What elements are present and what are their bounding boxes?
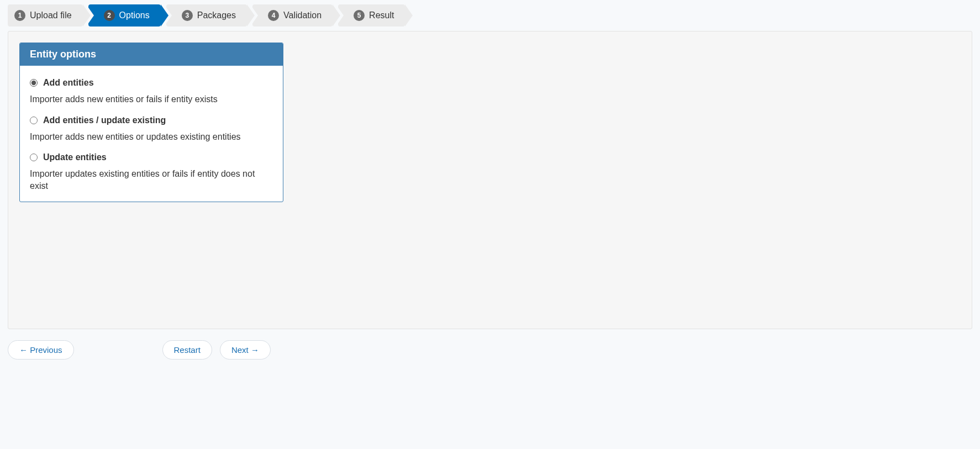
- next-button[interactable]: Next →: [220, 340, 271, 360]
- step-number: 1: [14, 10, 25, 21]
- step-label: Upload file: [30, 10, 72, 20]
- radio-add-entities[interactable]: [30, 79, 38, 87]
- restart-button[interactable]: Restart: [162, 340, 212, 360]
- step-packages[interactable]: 3 Packages: [166, 4, 247, 27]
- option-update-entities[interactable]: Update entities: [30, 152, 273, 162]
- step-number: 4: [268, 10, 279, 21]
- radio-description: Importer adds new entities or fails if e…: [30, 93, 273, 105]
- previous-button[interactable]: ← Previous: [8, 340, 74, 360]
- step-number: 5: [354, 10, 365, 21]
- main-panel: Entity options Add entities Importer add…: [8, 31, 972, 329]
- wizard-steps: 1 Upload file 2 Options 3 Packages 4 Val…: [8, 4, 972, 27]
- step-label: Result: [369, 10, 394, 20]
- radio-description: Importer updates existing entities or fa…: [30, 168, 273, 192]
- step-options[interactable]: 2 Options: [88, 4, 161, 27]
- entity-options-card: Entity options Add entities Importer add…: [19, 43, 283, 202]
- step-label: Packages: [197, 10, 236, 20]
- step-label: Validation: [283, 10, 322, 20]
- radio-label: Update entities: [43, 152, 107, 162]
- step-number: 3: [182, 10, 193, 21]
- radio-label: Add entities / update existing: [43, 115, 166, 125]
- radio-label: Add entities: [43, 78, 94, 88]
- radio-description: Importer adds new entities or updates ex…: [30, 131, 273, 143]
- step-validation[interactable]: 4 Validation: [252, 4, 333, 27]
- step-result[interactable]: 5 Result: [338, 4, 405, 27]
- step-label: Options: [119, 10, 150, 20]
- radio-update-entities[interactable]: [30, 154, 38, 161]
- card-title: Entity options: [20, 43, 283, 66]
- step-upload-file[interactable]: 1 Upload file: [8, 4, 83, 27]
- option-add-update-entities[interactable]: Add entities / update existing: [30, 115, 273, 125]
- step-number: 2: [104, 10, 115, 21]
- radio-add-update-entities[interactable]: [30, 117, 38, 124]
- wizard-footer: ← Previous Restart Next →: [8, 340, 972, 360]
- option-add-entities[interactable]: Add entities: [30, 78, 273, 88]
